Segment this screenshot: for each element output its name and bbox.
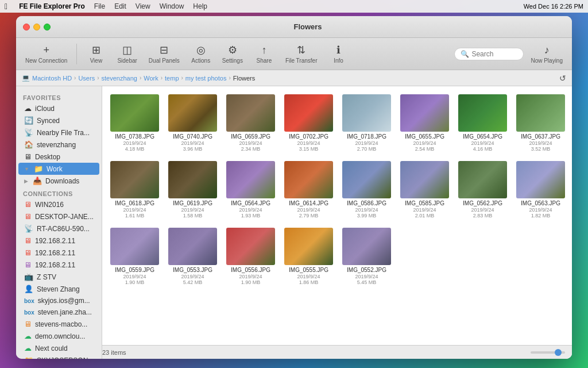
breadcrumb-sep-5: › — [181, 75, 183, 81]
desktop-icon: 🖥 — [24, 152, 32, 161]
file-name-f15: IMG_0585.JPG — [405, 200, 444, 207]
synced-icon: 🔄 — [24, 116, 33, 125]
sidebar-box2-label: steven.jane.zha... — [38, 308, 92, 316]
sidebar-item-zstv[interactable]: 📺 Z STV — [18, 271, 99, 283]
file-item-f15[interactable]: IMG_0585.JPG2019/9/242.01 MB — [398, 159, 451, 221]
file-size-f23: 5.45 MB — [357, 279, 377, 285]
file-item-f16[interactable]: IMG_0562.JPG2019/9/242.83 MB — [456, 159, 509, 221]
sidebar-item-box1[interactable]: box skyjos.ios@gm... — [18, 295, 99, 306]
sidebar-item-stevens-macbo[interactable]: 🖥 stevens-macbo... — [18, 318, 99, 330]
maximize-button[interactable] — [44, 24, 51, 30]
sidebar-item-synced[interactable]: 🔄 Synced — [18, 114, 99, 126]
file-item-f8[interactable]: IMG_0637.JPG2019/9/243.52 MB — [514, 92, 567, 154]
file-transfer-label: File Transfer — [285, 57, 318, 64]
file-item-f12[interactable]: IMG_0564.JPG2019/9/241.93 MB — [224, 159, 277, 221]
file-size-f21: 1.90 MB — [241, 279, 261, 285]
breadcrumb-macintosh-hd[interactable]: Macintosh HD — [32, 75, 72, 82]
refresh-button[interactable]: ↺ — [559, 74, 566, 83]
breadcrumb-my-test-photos[interactable]: my test photos — [185, 75, 227, 82]
dual-panels-label: Dual Panels — [149, 57, 180, 64]
file-name-f21: IMG_0556.JPG — [231, 267, 270, 274]
dual-panels-button[interactable]: ⊟ Dual Panels — [144, 41, 184, 66]
app-name[interactable]: FE File Explorer Pro — [19, 2, 85, 10]
file-item-f11[interactable]: IMG_0619.JPG2019/9/241.58 MB — [166, 159, 219, 221]
file-item-f4[interactable]: IMG_0702.JPG2019/9/243.15 MB — [282, 92, 335, 154]
sidebar-item-next-could[interactable]: ☁ Next could — [18, 342, 99, 354]
breadcrumb-stevenzhang[interactable]: stevenzhang — [102, 75, 137, 82]
info-button[interactable]: ℹ Info — [324, 41, 353, 66]
sidebar-item-ip1[interactable]: 🖥 192.168.2.11 — [18, 235, 99, 247]
share-button[interactable]: ↑ Share — [250, 42, 278, 66]
settings-button[interactable]: ⚙ Settings — [218, 41, 247, 66]
file-item-f23[interactable]: IMG_0552.JPG2019/9/245.45 MB — [340, 225, 393, 288]
file-thumb-f22 — [284, 228, 333, 265]
file-date-f8: 2019/9/24 — [529, 140, 552, 146]
search-input[interactable] — [471, 50, 517, 58]
file-size-f22: 1.86 MB — [299, 279, 319, 285]
apple-menu[interactable]:  — [5, 2, 7, 11]
sidebar-item-nearby[interactable]: 📡 Nearby File Tra... — [18, 126, 99, 139]
sidebar-item-skyjosepson[interactable]: 📁 SKYJOSEPSON — [18, 354, 99, 359]
file-date-f3: 2019/9/24 — [239, 140, 262, 146]
toolbar: + New Connection ⊞ View ◫ Sidebar ⊟ Dual… — [16, 38, 572, 70]
sidebar-item-box2[interactable]: box steven.jane.zha... — [18, 306, 99, 318]
file-item-f2[interactable]: IMG_0740.JPG2019/9/243.96 MB — [166, 92, 219, 154]
file-name-f20: IMG_0553.JPG — [173, 267, 212, 274]
file-item-f22[interactable]: IMG_0555.JPG2019/9/241.86 MB — [282, 225, 335, 288]
file-item-f17[interactable]: IMG_0563.JPG2019/9/241.82 MB — [514, 159, 567, 221]
sidebar-item-stevenzhang[interactable]: 🏠 stevenzhang — [18, 139, 99, 151]
ip2-icon: 🖥 — [24, 248, 32, 257]
sidebar-item-desktop-jane[interactable]: 🖥 DESKTOP-JANE... — [18, 210, 99, 223]
work-expand-icon: ▼ — [24, 166, 29, 172]
sidebar-item-icloud[interactable]: ☁ iCloud — [18, 102, 99, 114]
close-button[interactable] — [23, 24, 30, 30]
sidebar-item-work[interactable]: ▼ 📁 Work — [18, 163, 99, 175]
file-item-f10[interactable]: IMG_0618.JPG2019/9/241.61 MB — [108, 159, 161, 221]
file-thumb-f20 — [168, 228, 217, 265]
actions-button[interactable]: ◎ Actions — [187, 41, 215, 66]
file-name-f7: IMG_0654.JPG — [463, 133, 502, 140]
zoom-slider[interactable] — [531, 351, 565, 354]
file-item-f14[interactable]: IMG_0586.JPG2019/9/243.99 MB — [340, 159, 393, 221]
menu-window[interactable]: Window — [160, 2, 184, 10]
new-connection-button[interactable]: + New Connection — [21, 42, 72, 66]
sidebar-stevenzhang-label: stevenzhang — [37, 141, 76, 149]
file-item-f20[interactable]: IMG_0553.JPG2019/9/245.42 MB — [166, 225, 219, 288]
sidebar-item-downloads[interactable]: ▶ 📥 Downloads — [18, 175, 99, 187]
breadcrumb-sep-1: › — [74, 75, 76, 81]
sidebar-item-demo-owncloud[interactable]: ☁ demo.ownclou... — [18, 330, 99, 342]
sidebar-ip3-label: 192.168.2.11 — [35, 261, 75, 269]
file-item-f1[interactable]: IMG_0738.JPG2019/9/244.18 MB — [108, 92, 161, 154]
file-date-f17: 2019/9/24 — [529, 207, 552, 213]
file-item-f5[interactable]: IMG_0718.JPG2019/9/242.70 MB — [340, 92, 393, 154]
file-item-f19[interactable]: IMG_0559.JPG2019/9/241.90 MB — [108, 225, 161, 288]
sidebar-item-steven[interactable]: 👤 Steven Zhang — [18, 283, 99, 295]
menu-file[interactable]: File — [94, 2, 105, 10]
minimize-button[interactable] — [33, 24, 40, 30]
ip1-icon: 🖥 — [24, 236, 32, 245]
favorites-label: Favorites — [16, 91, 102, 102]
menu-edit[interactable]: Edit — [114, 2, 126, 10]
breadcrumb-users[interactable]: Users — [78, 75, 95, 82]
menu-view[interactable]: View — [136, 2, 150, 10]
breadcrumb-temp[interactable]: temp — [165, 75, 179, 82]
file-item-f21[interactable]: IMG_0556.JPG2019/9/241.90 MB — [224, 225, 277, 288]
sidebar-item-rtac86u[interactable]: 📡 RT-AC86U-590... — [18, 223, 99, 235]
view-button[interactable]: ⊞ View — [82, 41, 110, 66]
file-transfer-button[interactable]: ⇅ File Transfer — [281, 41, 322, 66]
zoom-thumb[interactable] — [555, 349, 562, 356]
home-icon: 🏠 — [24, 140, 33, 149]
file-item-f13[interactable]: IMG_0614.JPG2019/9/242.79 MB — [282, 159, 335, 221]
file-item-f6[interactable]: IMG_0655.JPG2019/9/242.54 MB — [398, 92, 451, 154]
settings-label: Settings — [222, 57, 243, 64]
file-item-f3[interactable]: IMG_0659.JPG2019/9/242.34 MB — [224, 92, 277, 154]
now-playing-button[interactable]: ♪ Now Playing — [526, 42, 567, 66]
sidebar-item-ip3[interactable]: 🖥 192.168.2.11 — [18, 259, 99, 271]
sidebar-item-ip2[interactable]: 🖥 192.168.2.11 — [18, 247, 99, 259]
breadcrumb-work[interactable]: Work — [144, 75, 158, 82]
sidebar-item-desktop[interactable]: 🖥 Desktop — [18, 151, 99, 163]
file-item-f7[interactable]: IMG_0654.JPG2019/9/244.16 MB — [456, 92, 509, 154]
sidebar-button[interactable]: ◫ Sidebar — [113, 41, 141, 66]
menu-help[interactable]: Help — [193, 2, 207, 10]
sidebar-item-win2016[interactable]: 🖥 WIN2016 — [18, 198, 99, 210]
